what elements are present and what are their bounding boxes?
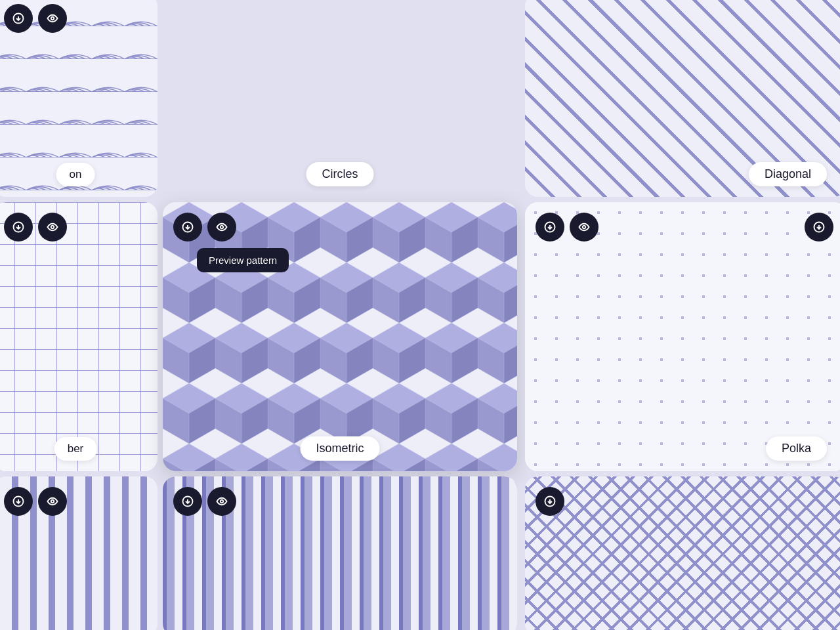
download-button-semicircle[interactable] xyxy=(4,4,33,33)
card-label-semicircle: on xyxy=(56,163,95,186)
polka-pattern xyxy=(525,202,840,471)
svg-point-9 xyxy=(220,226,224,229)
grid-pattern xyxy=(0,202,158,471)
card-actions-chevron xyxy=(536,487,564,516)
card-chevron xyxy=(525,476,840,630)
svg-point-11 xyxy=(51,500,54,503)
preview-button-isometric[interactable] xyxy=(207,213,236,242)
card-actions-semicircle xyxy=(4,4,67,33)
preview-tooltip: Preview pattern xyxy=(197,248,289,272)
card-label-circles: Circles xyxy=(306,162,373,186)
download-button-polka-edge[interactable] xyxy=(805,213,833,242)
card-actions-polka xyxy=(536,213,598,242)
chevron-pattern xyxy=(525,476,840,630)
preview-button-stripes-v[interactable] xyxy=(38,487,67,516)
preview-button-diagonal-stripes[interactable] xyxy=(207,487,236,516)
card-stripes-v xyxy=(0,476,158,630)
card-diagonal-stripes xyxy=(163,476,517,630)
download-button-polka[interactable] xyxy=(536,213,564,242)
isometric-pattern xyxy=(163,202,517,471)
download-button-chevron[interactable] xyxy=(536,487,564,516)
card-semicircle: // Can't use script inside SVG in this c… xyxy=(0,0,158,197)
card-label-isometric: Isometric xyxy=(300,436,379,461)
card-polka: Polka xyxy=(525,202,840,471)
download-button-grid[interactable] xyxy=(4,213,33,242)
svg-point-2 xyxy=(51,17,54,20)
polka-extra-actions xyxy=(805,213,833,242)
card-label-grid: ber xyxy=(54,437,97,461)
download-button-isometric[interactable] xyxy=(173,213,202,242)
card-label-diagonal: Diagonal xyxy=(749,162,827,186)
card-actions-diagonal-stripes xyxy=(173,487,236,516)
card-grid: ber xyxy=(0,202,158,471)
svg-point-3 xyxy=(51,226,54,229)
svg-rect-8 xyxy=(163,202,517,471)
preview-button-polka[interactable] xyxy=(570,213,598,242)
card-actions-stripes-v xyxy=(4,487,67,516)
card-diagonal: Diagonal xyxy=(525,0,840,197)
download-button-diagonal-stripes[interactable] xyxy=(173,487,202,516)
card-actions-grid xyxy=(4,213,67,242)
svg-point-10 xyxy=(583,226,586,229)
card-isometric: Preview pattern Isometric xyxy=(163,202,517,471)
svg-point-12 xyxy=(220,500,224,503)
card-circles: Circles xyxy=(163,0,517,197)
card-actions-isometric xyxy=(173,213,236,242)
preview-button-grid[interactable] xyxy=(38,213,67,242)
card-label-polka: Polka xyxy=(766,436,827,461)
preview-button-semicircle[interactable] xyxy=(38,4,67,33)
download-button-stripes-v[interactable] xyxy=(4,487,33,516)
